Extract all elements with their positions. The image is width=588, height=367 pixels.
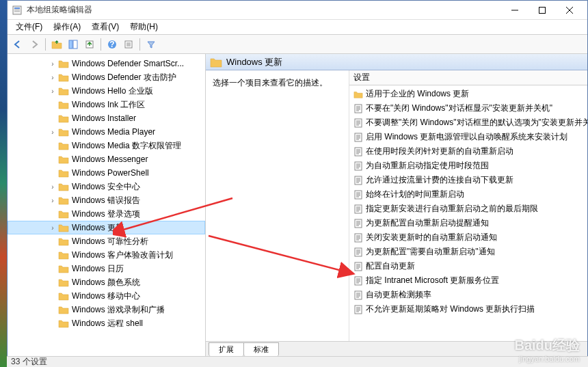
list-setting-item[interactable]: 不要调整"关闭 Windows"对话框里的默认选项为"安装更新并关机" (349, 115, 587, 130)
right-panel: Windows 更新 选择一个项目来查看它的描述。 设置 适用于企业的 Wind… (206, 54, 587, 356)
list-setting-item[interactable]: 为自动重新启动指定使用时段范围 (349, 159, 587, 173)
tab-0[interactable]: 扩展 (209, 342, 244, 356)
list-setting-item[interactable]: 指定 Intranet Microsoft 更新服务位置 (349, 273, 587, 288)
forward-button[interactable] (27, 37, 42, 52)
filter-button[interactable] (144, 37, 159, 52)
tree-item[interactable]: Windows 客户体验改善计划 (8, 248, 205, 262)
list-item-label: 允许通过按流量计费的连接自动下载更新 (366, 174, 513, 186)
tree-item[interactable]: Windows Installer (8, 111, 205, 125)
list-item-label: 在使用时段关闭针对更新的自动重新启动 (366, 146, 513, 157)
tree-item[interactable]: ›Windows 安全中心 (8, 180, 205, 193)
tree-item[interactable]: Windows Ink 工作区 (8, 98, 205, 111)
expand-icon[interactable]: › (49, 196, 57, 204)
menu-item-0[interactable]: 文件(F) (10, 20, 48, 34)
toolbar-separator (45, 38, 46, 51)
close-button[interactable] (556, 1, 583, 19)
list-setting-item[interactable]: 为更新配置自动重新启动提醒通知 (349, 216, 587, 230)
list-setting-item[interactable]: 允许通过按流量计费的连接自动下载更新 (349, 173, 587, 187)
tabs: 扩展标准 (206, 341, 587, 356)
folder-icon (58, 182, 69, 191)
tree-item[interactable]: ›Windows 更新 (8, 221, 205, 234)
list-body[interactable]: 适用于企业的 Windows 更新不要在"关闭 Windows"对话框显示"安装… (349, 85, 587, 341)
tree-item[interactable]: Windows Messenger (8, 152, 205, 166)
list-setting-item[interactable]: 自动更新检测频率 (349, 288, 587, 302)
up-button[interactable] (49, 37, 64, 52)
menu-item-3[interactable]: 帮助(H) (124, 20, 163, 34)
right-body: 选择一个项目来查看它的描述。 设置 适用于企业的 Windows 更新不要在"关… (206, 70, 587, 341)
menu-item-2[interactable]: 查看(V) (86, 20, 124, 34)
toolbar: ? (8, 35, 587, 54)
svg-rect-3 (14, 11, 20, 12)
tree-item-label: Windows Installer (72, 113, 136, 123)
tab-1[interactable]: 标准 (243, 342, 279, 356)
list-setting-item[interactable]: 启用 Windows 更新电源管理以自动唤醒系统来安装计划 (349, 130, 587, 144)
tree-item[interactable]: ›Windows Hello 企业版 (8, 84, 205, 98)
svg-rect-42 (355, 176, 362, 185)
expand-spacer (49, 100, 57, 109)
tree-item[interactable]: ›Windows 错误报告 (8, 193, 205, 207)
description-panel: 选择一个项目来查看它的描述。 (206, 70, 349, 341)
tree-item[interactable]: Windows 移动中心 (8, 289, 205, 303)
folder-icon (58, 277, 69, 287)
list-setting-item[interactable]: 始终在计划的时间重新启动 (349, 187, 587, 202)
list-setting-item[interactable]: 不要在"关闭 Windows"对话框显示"安装更新并关机" (349, 101, 587, 115)
tree-item[interactable]: ›Windows Defender 攻击防护 (8, 70, 205, 84)
menu-item-1[interactable]: 操作(A) (48, 20, 86, 34)
list-column-header[interactable]: 设置 (349, 70, 587, 85)
back-button[interactable] (10, 37, 25, 52)
tree-item[interactable]: ›Windows Defender SmartScr... (8, 57, 205, 70)
tree-item[interactable]: Windows 可靠性分析 (8, 234, 205, 248)
expand-spacer (49, 169, 57, 177)
expand-icon[interactable]: › (49, 128, 57, 136)
list-setting-item[interactable]: 关闭安装更新时的自动重新启动通知 (349, 230, 587, 245)
list-setting-item[interactable]: 配置自动更新 (349, 259, 587, 273)
expand-icon[interactable]: › (49, 182, 57, 191)
export-button[interactable] (82, 37, 97, 52)
folder-icon (58, 291, 69, 301)
svg-rect-8 (69, 40, 72, 49)
document-icon (353, 276, 363, 286)
expand-icon[interactable]: › (49, 59, 57, 68)
tree-item-label: Windows 游戏录制和广播 (72, 304, 165, 316)
help-button[interactable]: ? (105, 37, 120, 52)
list-item-label: 自动更新检测频率 (366, 289, 431, 301)
list-setting-item[interactable]: 指定更新安装进行自动重新启动之前的最后期限 (349, 202, 587, 216)
svg-text:?: ? (109, 40, 114, 49)
list-item-label: 启用 Windows 更新电源管理以自动唤醒系统来安装计划 (366, 131, 567, 143)
list-item-label: 为更新配置自动重新启动提醒通知 (366, 217, 489, 229)
description-text: 选择一个项目来查看它的描述。 (213, 78, 328, 87)
tree-item[interactable]: Windows 日历 (8, 262, 205, 275)
toolbar-separator (101, 38, 101, 51)
document-icon (353, 133, 363, 142)
svg-rect-87 (355, 305, 362, 314)
expand-icon[interactable]: › (49, 73, 57, 81)
tree-item[interactable]: Windows Media 数字权限管理 (8, 139, 205, 152)
folder-icon (58, 264, 69, 273)
tree-item-label: Windows Messenger (72, 154, 148, 164)
expand-spacer (49, 292, 57, 300)
minimize-button[interactable] (501, 1, 529, 19)
show-tree-button[interactable] (66, 37, 81, 52)
tree-item[interactable]: Windows 颜色系统 (8, 275, 205, 289)
list-setting-item[interactable]: 为更新配置"需要自动重新启动"通知 (349, 245, 587, 259)
maximize-button[interactable] (529, 1, 556, 19)
tree-item[interactable]: Windows 游戏录制和广播 (8, 303, 205, 316)
tree-item-label: Windows PowerShell (72, 168, 149, 178)
list-setting-item[interactable]: 在使用时段关闭针对更新的自动重新启动 (349, 144, 587, 159)
list-setting-item[interactable]: 不允许更新延期策略对 Windows 更新执行扫描 (349, 302, 587, 316)
list-folder-item[interactable]: 适用于企业的 Windows 更新 (349, 87, 587, 101)
folder-icon (58, 59, 69, 68)
svg-rect-47 (355, 191, 362, 199)
tree-panel[interactable]: ›Windows Defender SmartScr...›Windows De… (8, 54, 206, 356)
expand-icon[interactable]: › (49, 223, 57, 232)
window-title: 本地组策略编辑器 (27, 4, 501, 16)
tree-item[interactable]: ›Windows Media Player (8, 125, 205, 139)
svg-rect-9 (73, 40, 77, 49)
tree-item[interactable]: Windows PowerShell (8, 166, 205, 180)
tree-item-label: Windows Defender SmartScr... (72, 59, 184, 68)
folder-icon (58, 250, 69, 260)
tree-item[interactable]: Windows 远程 shell (8, 316, 205, 330)
tree-item[interactable]: Windows 登录选项 (8, 207, 205, 221)
expand-icon[interactable]: › (49, 87, 57, 95)
properties-button[interactable] (121, 37, 136, 52)
